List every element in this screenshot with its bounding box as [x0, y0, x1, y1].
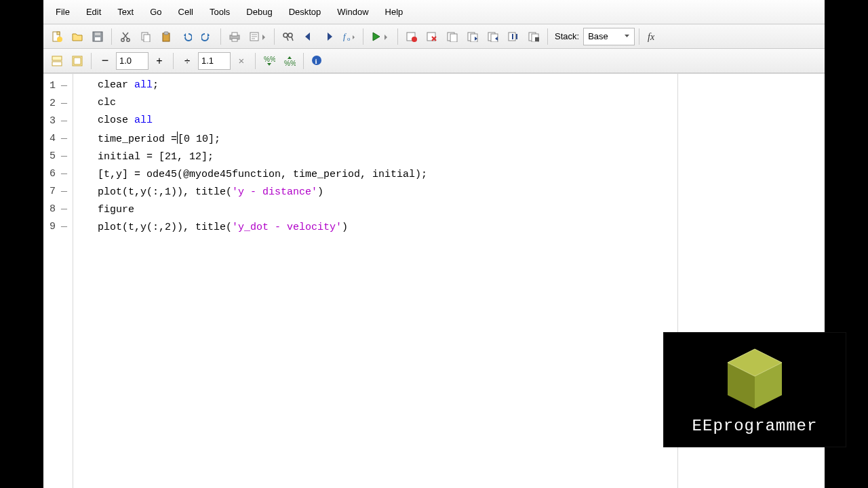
cut-icon[interactable] — [116, 27, 135, 46]
svg-point-6 — [121, 38, 124, 41]
stack-value: Base — [588, 31, 608, 41]
svg-point-16 — [283, 33, 288, 37]
svg-point-7 — [127, 38, 130, 41]
line-number: 7 — [43, 186, 58, 197]
separator-icon — [397, 28, 398, 45]
cell-toolbar: − + ÷ × %% %% i — [43, 49, 825, 73]
separator-icon — [303, 53, 304, 69]
cube-icon — [717, 345, 792, 413]
watermark-text: EEprogrammer — [692, 417, 818, 435]
separator-icon — [547, 28, 548, 45]
redo-icon[interactable] — [197, 27, 216, 46]
function-icon[interactable]: fo — [340, 27, 359, 46]
menu-file[interactable]: File — [47, 3, 78, 21]
menu-debug[interactable]: Debug — [238, 3, 280, 21]
svg-rect-13 — [232, 33, 237, 36]
svg-rect-11 — [164, 32, 168, 35]
svg-rect-32 — [535, 37, 539, 41]
line-number: 8 — [43, 203, 58, 215]
fx-icon[interactable]: fx — [644, 27, 663, 46]
divide-button[interactable]: ÷ — [178, 52, 197, 70]
line-number: 6 — [43, 168, 58, 180]
cell-enable-icon[interactable] — [47, 52, 66, 70]
svg-rect-1 — [57, 32, 60, 35]
svg-point-21 — [412, 37, 417, 42]
paste-icon[interactable] — [157, 27, 176, 46]
line-number: 3 — [43, 115, 58, 127]
run-icon[interactable] — [368, 27, 393, 46]
divide-clear-button[interactable]: × — [232, 52, 251, 70]
nav-forward-icon[interactable] — [319, 27, 338, 46]
line-execute-marker: — — [58, 221, 67, 232]
line-execute-marker: — — [58, 80, 67, 92]
svg-rect-5 — [95, 33, 100, 35]
line-number: 5 — [43, 150, 58, 162]
find-icon[interactable] — [279, 27, 298, 46]
set-breakpoint-icon[interactable] — [402, 27, 421, 46]
line-execute-marker: — — [58, 133, 67, 144]
chevron-down-icon — [624, 33, 630, 39]
save-icon[interactable] — [88, 27, 107, 46]
step-out-icon[interactable] — [484, 27, 502, 46]
separator-icon — [255, 53, 256, 69]
line-number: 4 — [43, 133, 58, 144]
stack-combo[interactable]: Base — [583, 28, 635, 45]
menu-edit[interactable]: Edit — [78, 3, 109, 21]
main-toolbar: fo Stack: Base — [43, 24, 825, 49]
svg-text:fx: fx — [648, 32, 655, 42]
publish-icon[interactable] — [245, 27, 270, 46]
zoom-in-button[interactable]: + — [150, 52, 169, 70]
svg-rect-4 — [95, 37, 100, 41]
code-editor[interactable]: clear all; clc close all time_period =[0… — [73, 74, 678, 488]
divide-value-input[interactable] — [198, 52, 231, 70]
zoom-out-button[interactable]: − — [96, 52, 115, 70]
nav-back-icon[interactable] — [299, 27, 318, 46]
exit-debug-icon[interactable] — [524, 27, 543, 46]
svg-rect-9 — [144, 35, 150, 42]
svg-rect-37 — [74, 58, 81, 64]
cell-insert-above-icon[interactable]: %% — [260, 52, 279, 70]
menu-help[interactable]: Help — [377, 3, 412, 21]
svg-text:o: o — [347, 35, 351, 42]
step-icon[interactable] — [443, 27, 462, 46]
line-execute-marker: — — [58, 98, 67, 109]
step-in-icon[interactable] — [463, 27, 482, 46]
svg-text:%%: %% — [264, 56, 275, 63]
clear-breakpoints-icon[interactable] — [422, 27, 441, 46]
copy-icon[interactable] — [136, 27, 155, 46]
cell-eval-icon[interactable] — [68, 52, 87, 70]
line-number: 9 — [43, 221, 58, 232]
menu-tools[interactable]: Tools — [201, 3, 238, 21]
cell-insert-below-icon[interactable]: %% — [280, 52, 299, 70]
menu-go[interactable]: Go — [142, 3, 170, 21]
print-icon[interactable] — [225, 27, 244, 46]
line-execute-marker: — — [58, 186, 67, 197]
menu-cell[interactable]: Cell — [170, 3, 201, 21]
stack-label: Stack: — [552, 31, 582, 41]
svg-point-2 — [57, 37, 62, 42]
line-number: 2 — [43, 98, 58, 109]
continue-icon[interactable] — [504, 27, 523, 46]
separator-icon — [220, 28, 221, 45]
line-gutter: 1— 2— 3— 4— 5— 6— 7— 8— 9— — [43, 74, 73, 488]
menu-desktop[interactable]: Desktop — [281, 3, 330, 21]
svg-rect-24 — [450, 34, 457, 42]
svg-text:i: i — [315, 57, 317, 65]
undo-icon[interactable] — [177, 27, 196, 46]
info-icon[interactable]: i — [308, 52, 327, 70]
new-file-icon[interactable] — [47, 27, 66, 46]
line-execute-marker: — — [58, 115, 67, 127]
open-file-icon[interactable] — [68, 27, 87, 46]
zoom-value-input[interactable] — [116, 52, 149, 70]
line-number: 1 — [43, 80, 58, 92]
line-execute-marker: — — [58, 203, 67, 215]
menu-text[interactable]: Text — [109, 3, 142, 21]
svg-rect-14 — [232, 39, 237, 41]
svg-text:%%: %% — [284, 60, 296, 67]
menu-window[interactable]: Window — [329, 3, 376, 21]
menubar: File Edit Text Go Cell Tools Debug Deskt… — [43, 0, 825, 24]
separator-icon — [639, 28, 639, 45]
watermark-logo: EEprogrammer — [663, 332, 846, 447]
line-execute-marker: — — [58, 150, 67, 162]
separator-icon — [91, 53, 92, 69]
